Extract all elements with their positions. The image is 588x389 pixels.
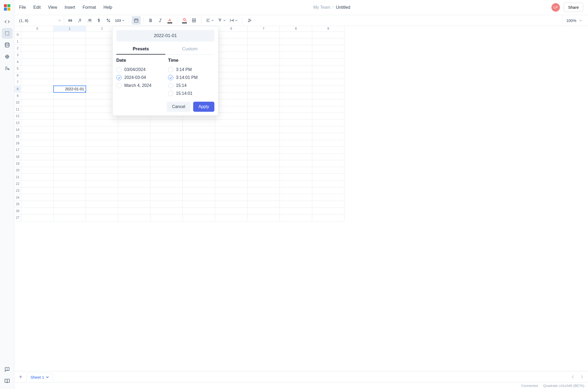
cell[interactable] bbox=[183, 140, 215, 147]
cell[interactable] bbox=[118, 140, 151, 147]
cell[interactable] bbox=[54, 174, 86, 181]
cell[interactable] bbox=[21, 72, 54, 79]
cell[interactable] bbox=[86, 201, 118, 208]
cell[interactable] bbox=[54, 214, 86, 221]
cell[interactable] bbox=[312, 147, 344, 154]
cell[interactable] bbox=[54, 126, 86, 133]
cell[interactable] bbox=[215, 147, 247, 154]
percent-button[interactable] bbox=[104, 16, 113, 25]
sheet-prev-button[interactable] bbox=[569, 373, 577, 381]
sheet-next-button[interactable] bbox=[578, 373, 586, 381]
cell[interactable] bbox=[247, 140, 280, 147]
cell[interactable] bbox=[21, 167, 54, 174]
cell[interactable] bbox=[215, 120, 247, 127]
cell[interactable] bbox=[247, 106, 280, 113]
cell[interactable] bbox=[280, 160, 312, 167]
cell[interactable] bbox=[21, 160, 54, 167]
cell[interactable] bbox=[21, 99, 54, 106]
row-header[interactable]: 1 bbox=[14, 38, 21, 45]
cell[interactable] bbox=[280, 147, 312, 154]
cell[interactable] bbox=[21, 52, 54, 59]
cell[interactable] bbox=[54, 154, 86, 160]
cell[interactable] bbox=[54, 59, 86, 65]
cell[interactable] bbox=[21, 140, 54, 147]
row-header[interactable]: 15 bbox=[14, 133, 21, 140]
cell[interactable] bbox=[54, 38, 86, 45]
cell[interactable] bbox=[215, 187, 247, 194]
cell[interactable] bbox=[280, 174, 312, 181]
cell[interactable] bbox=[247, 120, 280, 127]
cell[interactable] bbox=[280, 208, 312, 214]
cell[interactable] bbox=[215, 181, 247, 187]
share-button[interactable]: Share bbox=[564, 3, 583, 12]
cell[interactable] bbox=[54, 147, 86, 154]
cell[interactable] bbox=[21, 65, 54, 72]
cell[interactable] bbox=[151, 187, 183, 194]
cell[interactable] bbox=[280, 99, 312, 106]
search-list-icon[interactable] bbox=[2, 63, 12, 74]
cell[interactable] bbox=[312, 106, 344, 113]
cell[interactable] bbox=[54, 32, 86, 38]
cell[interactable] bbox=[21, 126, 54, 133]
col-header[interactable]: 6 bbox=[215, 26, 247, 32]
vertical-align-button[interactable] bbox=[216, 16, 227, 25]
cell[interactable] bbox=[54, 72, 86, 79]
row-header[interactable]: 20 bbox=[14, 167, 21, 174]
cell[interactable] bbox=[21, 201, 54, 208]
row-header[interactable]: 25 bbox=[14, 201, 21, 208]
cell[interactable] bbox=[151, 214, 183, 221]
cell[interactable] bbox=[118, 208, 151, 214]
cell[interactable] bbox=[247, 187, 280, 194]
cell[interactable] bbox=[183, 194, 215, 201]
menu-help[interactable]: Help bbox=[103, 5, 112, 10]
cell[interactable] bbox=[151, 181, 183, 187]
add-sheet-button[interactable] bbox=[16, 373, 25, 381]
cell[interactable] bbox=[312, 201, 344, 208]
cell[interactable] bbox=[312, 140, 344, 147]
cell[interactable] bbox=[247, 160, 280, 167]
cell[interactable] bbox=[151, 147, 183, 154]
cell[interactable] bbox=[118, 126, 151, 133]
cell[interactable] bbox=[312, 133, 344, 140]
row-header[interactable]: 2 bbox=[14, 45, 21, 52]
row-header[interactable]: 14 bbox=[14, 126, 21, 133]
code-icon[interactable] bbox=[2, 16, 12, 27]
cell-reference[interactable]: (1, 8) bbox=[16, 15, 64, 26]
cell[interactable] bbox=[183, 147, 215, 154]
cell[interactable] bbox=[280, 45, 312, 52]
cell[interactable] bbox=[280, 92, 312, 99]
cell[interactable] bbox=[183, 181, 215, 187]
time-option[interactable]: 15:14:01 bbox=[168, 90, 214, 97]
cell[interactable] bbox=[215, 113, 247, 120]
cell[interactable] bbox=[86, 133, 118, 140]
cell[interactable] bbox=[183, 201, 215, 208]
cell[interactable] bbox=[86, 174, 118, 181]
cell[interactable] bbox=[118, 187, 151, 194]
borders-button[interactable] bbox=[189, 16, 198, 25]
cell[interactable] bbox=[280, 38, 312, 45]
cell[interactable] bbox=[247, 181, 280, 187]
feedback-icon[interactable] bbox=[2, 364, 12, 375]
row-header[interactable]: 7 bbox=[14, 79, 21, 86]
cell[interactable] bbox=[21, 208, 54, 214]
cell[interactable] bbox=[215, 38, 247, 45]
cell[interactable] bbox=[54, 167, 86, 174]
cell[interactable] bbox=[54, 140, 86, 147]
cell[interactable] bbox=[151, 201, 183, 208]
cell[interactable] bbox=[21, 194, 54, 201]
cell[interactable] bbox=[215, 92, 247, 99]
cell[interactable] bbox=[280, 154, 312, 160]
currency-button[interactable] bbox=[94, 16, 103, 25]
text-wrap-button[interactable] bbox=[228, 16, 239, 25]
cell[interactable] bbox=[54, 201, 86, 208]
col-header[interactable]: 0 bbox=[21, 26, 54, 32]
cell[interactable] bbox=[247, 72, 280, 79]
cell[interactable] bbox=[151, 140, 183, 147]
cell[interactable] bbox=[280, 140, 312, 147]
cell[interactable] bbox=[183, 214, 215, 221]
date-option[interactable]: 2024-03-04 bbox=[116, 74, 163, 82]
row-header[interactable]: 8 bbox=[14, 86, 21, 93]
cell[interactable] bbox=[54, 45, 86, 52]
row-header[interactable]: 23 bbox=[14, 187, 21, 194]
cell[interactable] bbox=[86, 167, 118, 174]
